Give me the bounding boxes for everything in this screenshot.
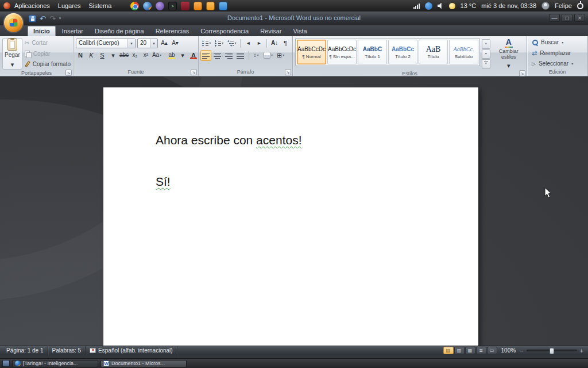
paste-dropdown-arrow[interactable]: ▾ [7, 59, 17, 69]
tab-revisar[interactable]: Revisar [255, 26, 287, 36]
minimize-button[interactable]: — [549, 14, 560, 22]
shrink-font-button[interactable]: A▾ [171, 39, 180, 48]
zoom-in-button[interactable]: + [580, 347, 583, 354]
user-avatar[interactable] [541, 2, 550, 10]
underline-dropdown-arrow[interactable]: ▾ [109, 51, 118, 60]
replace-button[interactable]: ⇄ Reemplazar [532, 49, 585, 57]
downloads-icon[interactable] [206, 2, 215, 10]
font-name-dropdown-arrow[interactable]: ▾ [127, 39, 135, 48]
username[interactable]: Felipe [555, 2, 572, 9]
style-no-spacing[interactable]: AaBbCcDc ¶ Sin espa... [327, 40, 357, 64]
sort-button[interactable]: A↓ [270, 39, 279, 48]
menu-sistema[interactable]: Sistema [85, 0, 116, 12]
power-icon[interactable] [577, 3, 583, 9]
wine-icon[interactable] [181, 2, 189, 10]
word-count[interactable]: Palabras: 5 [48, 346, 86, 355]
pidgin-icon[interactable] [156, 2, 164, 10]
zoom-slider-thumb[interactable] [550, 348, 554, 354]
firefox-icon[interactable] [143, 2, 152, 10]
view-outline-button[interactable]: ≣ [476, 347, 486, 354]
shading-button[interactable]: ▾ [262, 51, 274, 60]
tab-referencias[interactable]: Referencias [150, 26, 195, 36]
paste-button[interactable]: Pegar ▾ [2, 38, 22, 70]
format-painter-button[interactable]: Copiar formato [25, 60, 71, 68]
task-word[interactable]: W Documento1 - Micros... [100, 360, 187, 367]
paragraph-dialog-launcher[interactable]: ↘ [285, 69, 291, 75]
chromium-icon[interactable] [130, 2, 139, 10]
decrease-indent-button[interactable]: ◂ [243, 39, 253, 48]
qat-customize-arrow[interactable]: ▾ [59, 16, 61, 21]
zoom-slider-track[interactable] [527, 350, 577, 351]
terminal-icon[interactable]: > [168, 2, 177, 10]
task-firefox[interactable]: [Taringa! - Inteligencia... [12, 360, 98, 367]
styles-gallery-more[interactable]: ▾ [482, 59, 490, 69]
wifi-icon[interactable] [413, 3, 420, 9]
taskbar-applet-icon[interactable] [2, 360, 10, 367]
temperature[interactable]: 13 °C [461, 2, 477, 9]
styles-scroll-up[interactable]: ▴ [482, 39, 490, 49]
bold-button[interactable]: N [76, 51, 85, 60]
styles-dialog-launcher[interactable]: ↘ [519, 70, 525, 76]
redo-button[interactable]: ↷ [49, 15, 56, 22]
view-print-layout-button[interactable]: ▤ [443, 347, 454, 354]
document-page[interactable]: Ahora escribe con acentos! Sí! [103, 87, 478, 346]
tab-vista[interactable]: Vista [288, 26, 312, 36]
maximize-button[interactable]: □ [562, 14, 572, 22]
view-web-button[interactable]: ▦ [465, 347, 475, 354]
superscript-button[interactable]: x² [141, 51, 150, 60]
save-button[interactable] [29, 15, 36, 22]
justify-button[interactable] [235, 51, 245, 60]
font-size-dropdown-arrow[interactable]: ▾ [150, 39, 157, 48]
align-center-button[interactable] [212, 51, 222, 60]
copy-button[interactable]: Copiar [25, 50, 71, 57]
subscript-button[interactable]: x₂ [130, 51, 140, 60]
align-left-button[interactable] [201, 51, 211, 60]
font-dialog-launcher[interactable]: ↘ [191, 69, 197, 75]
page-count[interactable]: Página: 1 de 1 [2, 346, 48, 355]
grow-font-button[interactable]: A▴ [160, 39, 169, 48]
network-tool-icon[interactable] [219, 2, 227, 10]
strikethrough-button[interactable]: abc [119, 51, 129, 60]
style-heading2[interactable]: AaBbCc Título 2 [388, 40, 417, 64]
undo-button[interactable]: ↶ [40, 15, 46, 22]
align-right-button[interactable] [224, 51, 234, 60]
style-heading1[interactable]: AaBbC Título 1 [358, 40, 387, 64]
tab-inicio[interactable]: Inicio [28, 26, 56, 36]
menu-lugares[interactable]: Lugares [54, 0, 85, 12]
font-size-combo[interactable]: 20 ▾ [137, 39, 158, 48]
numbering-button[interactable]: ▾ [214, 39, 225, 48]
borders-button[interactable]: ⊞▾ [276, 51, 285, 60]
jdownloader-icon[interactable] [194, 2, 202, 10]
find-button[interactable]: Buscar ▾ [532, 39, 585, 46]
underline-button[interactable]: S [98, 51, 107, 60]
style-title[interactable]: AaB Título [419, 40, 448, 64]
show-paragraph-marks-button[interactable]: ¶ [281, 39, 290, 48]
style-subtitle[interactable]: AaBbCc. Subtítulo [449, 40, 478, 64]
italic-button[interactable]: K [87, 51, 96, 60]
weather-icon[interactable] [449, 3, 455, 9]
bullets-button[interactable]: ▾ [201, 39, 212, 48]
close-button[interactable]: × [574, 14, 585, 22]
network-manager-icon[interactable] [425, 2, 432, 10]
styles-scroll-down[interactable]: ▾ [482, 49, 490, 59]
office-button[interactable] [4, 13, 23, 32]
clock[interactable]: mié 3 de nov, 03:38 [481, 2, 536, 9]
menu-aplicaciones[interactable]: Aplicaciones [10, 0, 54, 12]
view-fullscreen-button[interactable]: ▥ [454, 347, 465, 354]
cut-button[interactable]: ✂ Cortar [25, 39, 71, 47]
font-color-button[interactable]: A [189, 51, 198, 60]
select-button[interactable]: ▷ Seleccionar ▾ [532, 60, 585, 67]
tab-diseno-de-pagina[interactable]: Diseño de página [90, 26, 149, 36]
tab-correspondencia[interactable]: Correspondencia [195, 26, 254, 36]
increase-indent-button[interactable]: ▸ [254, 39, 264, 48]
clipboard-dialog-launcher[interactable]: ↘ [65, 70, 72, 76]
zoom-out-button[interactable]: − [520, 347, 523, 354]
zoom-level[interactable]: 100% [501, 347, 516, 354]
change-styles-button[interactable]: A Cambiar estilos ▾ [493, 38, 524, 70]
highlight-dropdown-arrow[interactable]: ▾ [178, 51, 187, 60]
line-spacing-button[interactable]: ↕▾ [252, 51, 261, 60]
volume-icon[interactable] [438, 3, 444, 9]
language-status[interactable]: Español (alfab. internacional) [86, 346, 177, 355]
highlight-button[interactable]: ab [167, 51, 176, 60]
change-case-button[interactable]: Aa ▾ [152, 51, 161, 60]
